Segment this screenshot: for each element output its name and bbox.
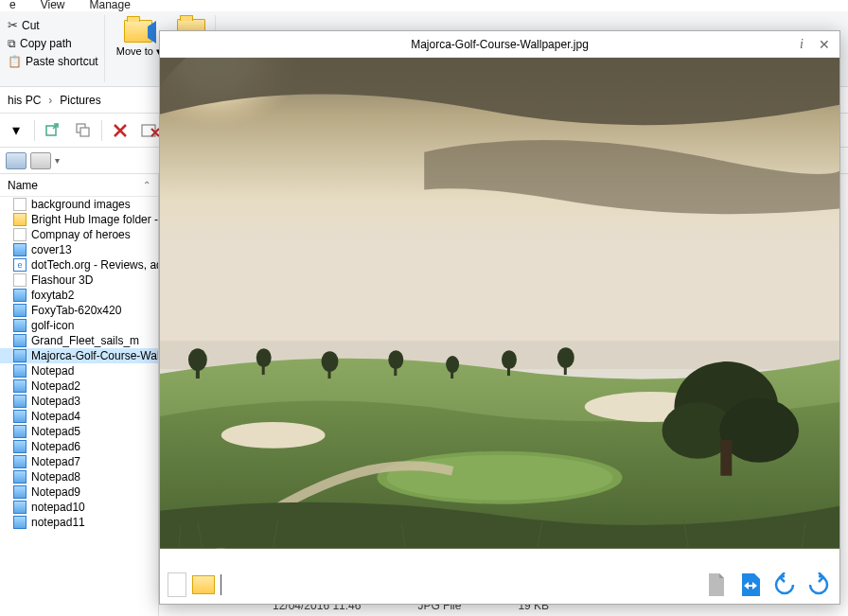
breadcrumb-pictures[interactable]: Pictures: [56, 92, 104, 109]
dropdown-button[interactable]: ▾: [4, 118, 28, 143]
preview-image: [160, 58, 839, 566]
svg-point-23: [557, 347, 574, 368]
rotate-right-icon[interactable]: [805, 572, 832, 598]
file-name: Notepad5: [31, 425, 80, 438]
preview-titlebar: Majorca-Golf-Course-Wallpaper.jpg i ✕: [160, 31, 839, 58]
file-row[interactable]: Notepad9: [0, 484, 158, 500]
img-file-icon: [13, 349, 26, 362]
folder-file-icon: [13, 213, 26, 226]
file-name: Grand_Fleet_sails_m: [31, 334, 139, 347]
tab-file[interactable]: e: [9, 0, 16, 11]
name-column-header[interactable]: Name ⌃: [0, 174, 158, 197]
tab-view[interactable]: View: [41, 0, 65, 11]
preview-window: Majorca-Golf-Course-Wallpaper.jpg i ✕: [159, 30, 840, 605]
svg-rect-14: [262, 365, 265, 375]
file-name: Notepad6: [31, 440, 80, 453]
img-file-icon: [13, 289, 26, 302]
txt-file-icon: [13, 273, 26, 287]
svg-point-8: [221, 422, 326, 449]
ribbon-tabs: e View Manage: [0, 0, 848, 11]
file-row[interactable]: cover13: [0, 242, 158, 257]
move-to-label: Move to ▾: [116, 45, 162, 58]
file-name: golf-icon: [31, 319, 74, 332]
golf-course-image: [160, 58, 839, 549]
drive-icon[interactable]: [30, 152, 51, 169]
file-row[interactable]: Notepad4: [0, 409, 158, 424]
svg-rect-2: [80, 128, 89, 136]
tool-button-2[interactable]: [71, 118, 96, 143]
cut-label: Cut: [22, 19, 40, 32]
img-file-icon: [13, 485, 26, 499]
rotate-left-icon[interactable]: [771, 572, 798, 598]
file-name: Notepad2: [31, 379, 80, 393]
img-file-icon: [13, 334, 26, 347]
file-list-pane: Name ⌃ background imagesBright Hub Image…: [0, 174, 159, 616]
cut-button[interactable]: ✂ Cut: [6, 17, 100, 33]
file-name: Notepad9: [31, 485, 80, 499]
img-file-icon: [13, 410, 26, 423]
drive-chevron[interactable]: ▾: [55, 155, 60, 166]
fit-width-icon[interactable]: [737, 572, 764, 598]
svg-rect-16: [328, 369, 331, 378]
file-name: Notepad8: [31, 470, 80, 484]
svg-point-15: [322, 351, 339, 372]
folder-icon[interactable]: [192, 575, 215, 594]
copy-path-label: Copy path: [20, 37, 72, 50]
img-file-icon: [13, 455, 26, 468]
file-row[interactable]: Flashour 3D: [0, 273, 158, 288]
file-row[interactable]: Grand_Fleet_sails_m: [0, 333, 158, 348]
file-row[interactable]: background images: [0, 197, 158, 212]
text-cursor: [221, 574, 221, 595]
img-file-icon: [13, 425, 26, 438]
drive-icon[interactable]: [6, 152, 26, 169]
file-name: Notepad4: [31, 410, 80, 423]
sort-chevron-icon: ⌃: [143, 180, 150, 190]
img-file-icon: [13, 319, 26, 332]
img-file-icon: [13, 516, 26, 529]
close-button[interactable]: ✕: [815, 35, 834, 54]
file-row[interactable]: foxytab2: [0, 288, 158, 303]
file-name: Notepad3: [31, 395, 80, 408]
file-row[interactable]: Bright Hub Image folder -: [0, 212, 158, 227]
info-button[interactable]: i: [792, 35, 811, 54]
file-row[interactable]: golf-icon: [0, 318, 158, 333]
svg-rect-20: [450, 370, 453, 378]
svg-point-13: [256, 348, 272, 367]
file-row[interactable]: Notepad: [0, 363, 158, 378]
paste-shortcut-label: Paste shortcut: [26, 55, 98, 68]
move-arrow-icon: [148, 26, 156, 38]
img-file-icon: [13, 364, 26, 378]
file-row[interactable]: edotTech.org - Reviews, adv: [0, 257, 158, 273]
file-row[interactable]: Compnay of heroes: [0, 227, 158, 242]
file-row[interactable]: Notepad2: [0, 378, 158, 394]
file-row[interactable]: Notepad6: [0, 439, 158, 454]
paste-shortcut-button[interactable]: 📋 Paste shortcut: [6, 54, 100, 69]
chevron-right-icon: ›: [48, 94, 52, 107]
file-row[interactable]: Notepad8: [0, 469, 158, 484]
svg-rect-24: [564, 365, 567, 375]
tab-manage[interactable]: Manage: [89, 0, 130, 11]
file-row[interactable]: Majorca-Golf-Course-Wall: [0, 348, 158, 363]
file-name: background images: [31, 198, 131, 211]
tool-button-1[interactable]: [41, 118, 65, 143]
file-row[interactable]: Notepad7: [0, 454, 158, 469]
img-file-icon: [13, 304, 26, 317]
move-to-button[interactable]: Move to ▾: [113, 17, 166, 80]
file-row[interactable]: notepad10: [0, 500, 158, 515]
file-row[interactable]: Notepad5: [0, 424, 158, 439]
file-name: FoxyTab-620x420: [31, 304, 121, 317]
txt-file-icon: [13, 198, 26, 211]
img-file-icon: [13, 501, 26, 514]
file-row[interactable]: Notepad3: [0, 394, 158, 409]
img-file-icon: [13, 440, 26, 453]
copy-path-button[interactable]: ⧉ Copy path: [6, 36, 100, 51]
file-type-icon[interactable]: [168, 572, 186, 597]
document-icon[interactable]: [703, 572, 730, 598]
file-name: Majorca-Golf-Course-Wall: [31, 349, 158, 362]
preview-toolbar: [160, 566, 839, 604]
file-name: notepad10: [31, 501, 85, 514]
delete-button[interactable]: [108, 118, 132, 143]
file-row[interactable]: FoxyTab-620x420: [0, 303, 158, 318]
breadcrumb-pc[interactable]: his PC: [4, 92, 44, 109]
file-row[interactable]: notepad11: [0, 515, 158, 530]
